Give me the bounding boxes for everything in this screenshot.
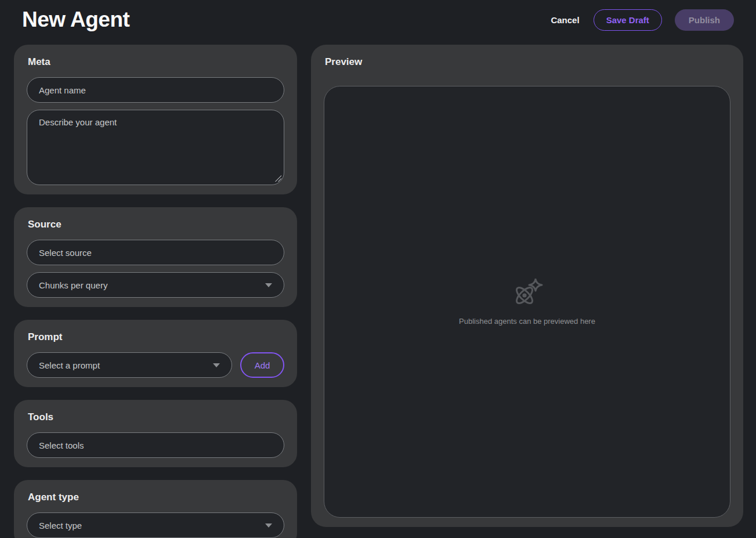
agent-description-textarea[interactable] xyxy=(27,110,284,185)
prompt-row: Select a prompt Add xyxy=(27,352,284,378)
select-tools-input[interactable] xyxy=(27,432,284,458)
atom-sparkle-icon xyxy=(511,279,544,311)
agent-name-input[interactable] xyxy=(27,77,284,103)
prompt-card: Prompt Select a prompt Add xyxy=(14,320,297,387)
source-card: Source Chunks per query xyxy=(14,207,297,307)
agent-type-card-title: Agent type xyxy=(28,492,284,503)
chevron-down-icon xyxy=(213,363,220,367)
prompt-select-label: Select a prompt xyxy=(39,360,100,370)
chevron-down-icon xyxy=(265,523,272,528)
preview-card: Preview Published agents can be previewe… xyxy=(311,45,743,527)
chevron-down-icon xyxy=(265,283,272,287)
preview-panel: Published agents can be previewed here xyxy=(324,86,730,518)
save-draft-button[interactable]: Save Draft xyxy=(594,9,662,31)
preview-card-title: Preview xyxy=(325,56,730,68)
header-actions: Cancel Save Draft Publish xyxy=(549,9,734,31)
agent-description-wrap xyxy=(27,110,284,185)
tools-card: Tools xyxy=(14,400,297,467)
prompt-card-title: Prompt xyxy=(28,331,284,343)
tools-card-title: Tools xyxy=(28,411,284,423)
agent-type-card: Agent type Select type xyxy=(14,480,297,538)
cancel-button[interactable]: Cancel xyxy=(549,10,580,30)
main-content: Meta Source Chunks per query Prompt Sele… xyxy=(0,39,756,527)
chunks-per-query-label: Chunks per query xyxy=(39,280,107,290)
form-column: Meta Source Chunks per query Prompt Sele… xyxy=(14,45,297,527)
meta-card-title: Meta xyxy=(28,56,284,68)
header: New Agent Cancel Save Draft Publish xyxy=(0,0,756,39)
chunks-per-query-select[interactable]: Chunks per query xyxy=(27,272,284,298)
add-prompt-button[interactable]: Add xyxy=(240,352,284,378)
agent-type-select[interactable]: Select type xyxy=(27,512,284,538)
preview-empty-message: Published agents can be previewed here xyxy=(459,317,595,326)
source-card-title: Source xyxy=(28,219,284,230)
prompt-select[interactable]: Select a prompt xyxy=(27,352,232,378)
select-source-input[interactable] xyxy=(27,240,284,265)
page-title: New Agent xyxy=(22,8,129,32)
publish-button[interactable]: Publish xyxy=(675,9,734,31)
agent-type-select-label: Select type xyxy=(39,521,82,530)
meta-card: Meta xyxy=(14,45,297,194)
